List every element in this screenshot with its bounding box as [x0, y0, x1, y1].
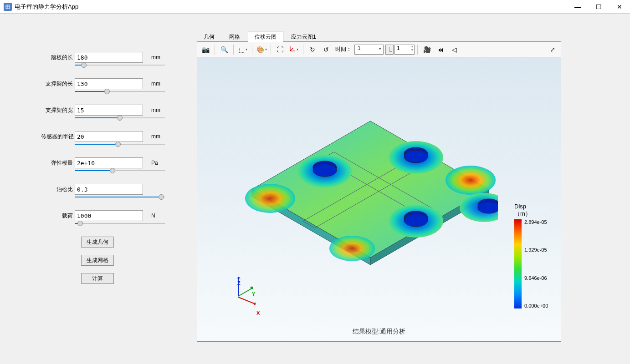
svg-point-17 [404, 214, 428, 227]
param-slider-2[interactable] [75, 117, 165, 118]
titlebar: 电子秤的静力学分析App ― ☐ ✕ [0, 0, 630, 14]
param-input-0[interactable] [75, 52, 143, 63]
play-back-button[interactable]: ◁ [448, 44, 461, 56]
param-input-2[interactable] [75, 105, 143, 116]
param-row: 支撑架的长mm [41, 78, 183, 89]
colorbar-tick: 2.894e-05 [524, 219, 548, 225]
svg-point-14 [313, 164, 337, 177]
viewer-panel: 几何网格位移云图应力云图1 📷 🔍 ⬚ 🎨 ⛶ ↻ ↺ [197, 14, 630, 364]
svg-point-8 [329, 236, 375, 261]
colorbar: Disp （m） 2.894e-051.929e-059.646e-060.00… [514, 203, 555, 308]
colorbar-ticks: 2.894e-051.929e-059.646e-060.000e+00 [524, 219, 548, 308]
screenshot-button[interactable]: 📷 [199, 44, 212, 56]
y-axis-label: Y [252, 291, 255, 297]
param-input-3[interactable] [75, 131, 143, 142]
param-row: 传感器的半径mm [41, 131, 183, 142]
window-title: 电子秤的静力学分析App [15, 3, 567, 11]
param-unit: Pa [143, 160, 157, 166]
colorbar-gradient [514, 219, 522, 308]
viewport-3d[interactable]: Z Y X Disp （m） 2.894 [197, 57, 561, 341]
rotate-cw-icon: ↻ [310, 46, 315, 53]
parameter-panel: 踏板的长mm支撑架的长mm支撑架的宽mm传感器的半径mm弹性模量Pa泊松比载荷N… [0, 14, 197, 364]
app-icon [4, 3, 12, 11]
app-window: 电子秤的静力学分析App ― ☐ ✕ 踏板的长mm支撑架的长mm支撑架的宽mm传… [0, 0, 630, 364]
tab-stress1[interactable]: 应力云图1 [284, 31, 323, 42]
y-axis-line [238, 288, 252, 297]
action-buttons: 生成几何 生成网格 计算 [81, 237, 183, 284]
param-slider-3[interactable] [75, 144, 165, 145]
rotate-cw-button[interactable]: ↻ [306, 44, 319, 56]
maximize-button[interactable]: ☐ [588, 0, 609, 14]
param-row: 泊松比 [41, 184, 183, 195]
param-slider-6[interactable] [75, 223, 165, 224]
minimize-button[interactable]: ― [567, 0, 588, 14]
window-controls: ― ☐ ✕ [567, 0, 630, 14]
param-label: 载荷 [41, 212, 75, 220]
param-input-4[interactable] [75, 157, 143, 168]
tab-geom[interactable]: 几何 [197, 31, 221, 42]
param-input-5[interactable] [75, 184, 143, 195]
compute-button[interactable]: 计算 [81, 273, 114, 284]
svg-point-7 [245, 184, 295, 213]
expand-icon: ⤢ [550, 46, 555, 53]
param-input-1[interactable] [75, 78, 143, 89]
skip-first-icon: ⏮ [437, 46, 444, 53]
x-axis-label: X [256, 310, 260, 316]
colorbar-title: Disp （m） [514, 203, 555, 217]
axes-icon [289, 46, 296, 53]
x-axis-line [238, 297, 256, 304]
fit-view-button[interactable]: ⛶ [274, 44, 287, 56]
colorbar-tick: 0.000e+00 [524, 303, 548, 308]
param-slider-0[interactable] [75, 65, 165, 66]
cursor-icon: ⬚ [239, 46, 245, 53]
magnifier-icon: 🔍 [220, 46, 228, 53]
rotate-ccw-button[interactable]: ↺ [320, 44, 333, 56]
cube-icon: 🎨 [256, 46, 264, 53]
param-label: 泊松比 [41, 186, 75, 193]
param-unit: mm [143, 107, 157, 113]
param-unit: N [143, 212, 157, 219]
viewer-frame: 📷 🔍 ⬚ 🎨 ⛶ ↻ ↺ 时间： 1 ⎿ 1 [197, 41, 561, 342]
videocam-icon: 🎥 [423, 46, 431, 53]
param-input-6[interactable] [75, 210, 143, 221]
colorbar-tick: 9.646e-06 [524, 275, 548, 281]
axes-triad: Z Y X [238, 278, 266, 305]
z-axis-label: Z [237, 280, 241, 286]
colormap-dropdown[interactable]: 🎨 [255, 44, 268, 56]
range-start-button[interactable]: ⎿ [385, 45, 394, 55]
generate-geometry-button[interactable]: 生成几何 [81, 237, 114, 248]
param-label: 支撑架的宽 [41, 106, 75, 114]
expand-button[interactable]: ⤢ [546, 44, 559, 56]
param-slider-1[interactable] [75, 91, 165, 92]
param-label: 支撑架的长 [41, 80, 75, 88]
time-combo[interactable]: 1 [354, 45, 384, 55]
viewer-toolbar: 📷 🔍 ⬚ 🎨 ⛶ ↻ ↺ 时间： 1 ⎿ 1 [197, 42, 561, 57]
go-first-button[interactable]: ⏮ [434, 44, 447, 56]
param-slider-5[interactable] [75, 197, 165, 197]
svg-point-6 [446, 166, 496, 195]
toolbar-separator [215, 45, 215, 55]
param-unit: mm [143, 133, 157, 140]
toolbar-separator [271, 45, 271, 55]
generate-mesh-button[interactable]: 生成网格 [81, 255, 114, 266]
close-button[interactable]: ✕ [609, 0, 630, 14]
param-row: 载荷N [41, 210, 183, 221]
frame-spin[interactable]: 1 [394, 45, 415, 55]
tab-mesh[interactable]: 网格 [222, 31, 247, 42]
param-label: 传感器的半径 [41, 133, 75, 141]
fit-icon: ⛶ [277, 46, 283, 53]
param-unit: mm [143, 81, 157, 87]
result-tabs: 几何网格位移云图应力云图1 [197, 31, 630, 42]
animation-record-button[interactable]: 🎥 [420, 44, 433, 56]
colorbar-tick: 1.929e-05 [524, 247, 548, 253]
zoom-button[interactable]: 🔍 [218, 44, 230, 56]
param-slider-4[interactable] [75, 170, 165, 171]
content-area: 踏板的长mm支撑架的长mm支撑架的宽mm传感器的半径mm弹性模量Pa泊松比载荷N… [0, 14, 630, 364]
selection-mode-dropdown[interactable]: ⬚ [236, 44, 249, 56]
toolbar-separator [417, 45, 418, 55]
param-row: 弹性模量Pa [41, 157, 183, 168]
tab-disp[interactable]: 位移云图 [248, 31, 283, 42]
play-rev-icon: ◁ [452, 46, 457, 53]
toolbar-separator [233, 45, 234, 55]
axes-dropdown[interactable] [287, 44, 300, 56]
